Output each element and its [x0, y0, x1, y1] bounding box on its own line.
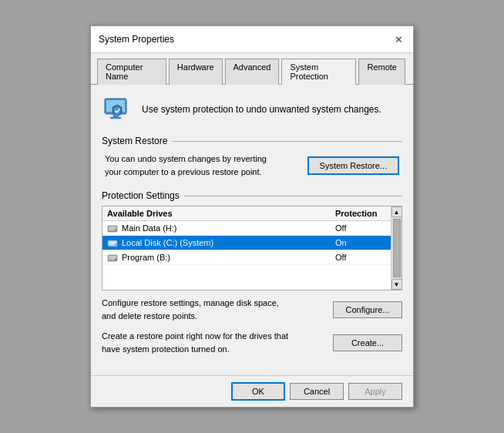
- tab-advanced[interactable]: Advanced: [225, 59, 280, 85]
- dialog-footer: OK Cancel Apply: [91, 375, 413, 407]
- tab-system-protection[interactable]: System Protection: [281, 59, 356, 85]
- tab-content: Use system protection to undo unwanted s…: [91, 85, 413, 375]
- tab-remote[interactable]: Remote: [358, 59, 405, 85]
- header-section: Use system protection to undo unwanted s…: [102, 94, 402, 125]
- svg-point-12: [115, 258, 116, 260]
- system-restore-button[interactable]: System Restore...: [307, 156, 399, 175]
- ok-button[interactable]: OK: [231, 382, 285, 401]
- scroll-down[interactable]: ▼: [391, 279, 402, 290]
- protection-settings-section: Protection Settings Available Drives Pro…: [102, 190, 402, 355]
- drive-icon-local: [107, 239, 118, 247]
- protection-settings-label: Protection Settings: [102, 190, 402, 201]
- drive-row-main[interactable]: Main Data (H:) Off: [102, 221, 402, 236]
- svg-point-6: [115, 229, 116, 230]
- drives-header: Available Drives Protection: [102, 206, 402, 221]
- tab-hardware[interactable]: Hardware: [169, 59, 223, 85]
- system-restore-label: System Restore: [102, 136, 402, 146]
- tabs-container: Computer Name Hardware Advanced System P…: [91, 53, 413, 85]
- apply-button[interactable]: Apply: [348, 383, 402, 400]
- configure-row: Configure restore settings, manage disk …: [102, 297, 402, 322]
- configure-desc: Configure restore settings, manage disk …: [102, 297, 325, 322]
- drive-icon-program: [107, 253, 118, 262]
- dialog-title: System Properties: [99, 34, 174, 45]
- create-row: Create a restore point right now for the…: [102, 330, 402, 355]
- col-header-drives: Available Drives: [107, 209, 335, 218]
- drive-prot-main: Off: [335, 223, 397, 233]
- scroll-up[interactable]: ▲: [391, 206, 402, 217]
- create-desc: Create a restore point right now for the…: [102, 330, 325, 355]
- drive-row-local[interactable]: Local Disk (C:) (System) On: [102, 236, 402, 250]
- system-properties-dialog: System Properties ✕ Computer Name Hardwa…: [90, 25, 414, 408]
- svg-point-9: [115, 243, 116, 245]
- tab-computer-name[interactable]: Computer Name: [97, 59, 166, 85]
- drive-name-program: Program (B:): [107, 253, 335, 262]
- drives-scrollbar[interactable]: ▲ ▼: [391, 206, 402, 290]
- drive-prot-program: Off: [335, 253, 397, 262]
- drives-table: Available Drives Protection Main Data (H…: [102, 206, 402, 290]
- protection-icon: [102, 94, 133, 125]
- system-restore-section: System Restore You can undo system chang…: [102, 136, 402, 180]
- close-button[interactable]: ✕: [391, 32, 405, 46]
- svg-rect-3: [110, 117, 121, 119]
- scroll-thumb[interactable]: [393, 219, 401, 277]
- drive-row-program[interactable]: Program (B:) Off: [102, 250, 402, 265]
- svg-rect-2: [113, 114, 118, 117]
- header-text: Use system protection to undo unwanted s…: [142, 103, 381, 116]
- create-button[interactable]: Create...: [333, 334, 402, 351]
- drive-name-local: Local Disk (C:) (System): [107, 238, 335, 247]
- system-restore-desc: You can undo system changes by reverting…: [105, 153, 300, 178]
- cancel-button[interactable]: Cancel: [290, 383, 344, 400]
- system-restore-row: You can undo system changes by reverting…: [102, 151, 402, 180]
- col-header-protection: Protection: [335, 209, 397, 218]
- drive-prot-local: On: [335, 238, 397, 247]
- configure-button[interactable]: Configure...: [333, 301, 402, 318]
- drive-name-main: Main Data (H:): [107, 223, 335, 233]
- drive-icon-main: [107, 224, 118, 233]
- title-bar: System Properties ✕: [91, 26, 413, 53]
